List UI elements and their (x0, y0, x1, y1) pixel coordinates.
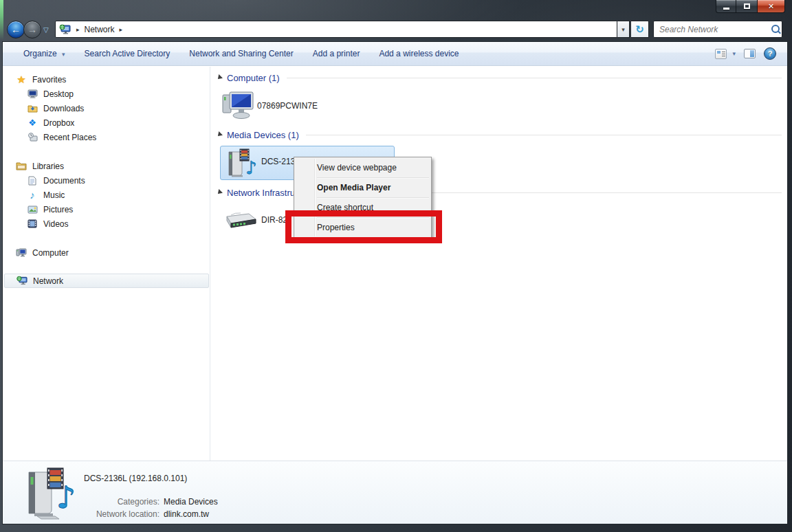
items-view: Computer (1) 07869PCWIN7E (211, 67, 787, 461)
computer-item-icon[interactable] (221, 89, 256, 122)
explorer-body: ★ Favorites Desktop Downloads ❖ (3, 67, 787, 461)
libraries-icon (16, 161, 27, 172)
details-pane: ♪ DCS-2136L (192.168.0.101) Categories: … (3, 461, 787, 524)
sidebar-label: Libraries (32, 162, 64, 171)
chevron-down-icon: ▾ (622, 26, 625, 33)
network-icon (59, 24, 72, 35)
sidebar-label: Network (33, 276, 63, 286)
close-icon: ✕ (768, 2, 774, 11)
details-label: Categories: (3, 497, 160, 507)
search-icon[interactable] (770, 24, 777, 35)
add-printer-button[interactable]: Add a printer (303, 49, 370, 58)
recent-places-icon (27, 132, 38, 143)
add-wireless-device-button[interactable]: Add a wireless device (369, 49, 468, 58)
breadcrumb-separator-icon: ▸ (76, 26, 80, 33)
video-icon (27, 219, 38, 230)
annotation-highlight-box (285, 210, 442, 243)
router-item-label[interactable]: DIR-82 (261, 215, 287, 225)
maximize-icon (744, 3, 750, 9)
explorer-window: ✕ ← → ▽ ▸ Network ▸ ▾ ↻ (0, 0, 792, 532)
sidebar-label: Dropbox (43, 118, 74, 128)
sidebar-label: Favorites (32, 75, 66, 85)
computer-icon (16, 247, 27, 258)
sidebar-label: Downloads (43, 104, 84, 113)
preview-pane-button[interactable] (744, 49, 756, 58)
sidebar-label: Videos (43, 219, 68, 229)
music-note-icon: ♪ (27, 190, 38, 201)
sidebar-item-pictures[interactable]: Pictures (4, 202, 209, 217)
details-label: Network location: (3, 509, 160, 519)
group-rule (287, 78, 782, 78)
chevron-down-icon: ▾ (62, 51, 65, 58)
sidebar-label: Documents (43, 176, 85, 186)
details-row-categories: Categories: Media Devices (3, 497, 218, 507)
sidebar-item-dropbox[interactable]: ❖ Dropbox (4, 115, 209, 130)
search-input[interactable] (654, 25, 770, 34)
router-item-icon[interactable] (221, 207, 258, 234)
sidebar-item-downloads[interactable]: Downloads (4, 101, 209, 115)
sidebar-item-recent-places[interactable]: Recent Places (4, 130, 209, 144)
command-toolbar: Organize ▾ Search Active Directory Netwo… (3, 42, 787, 66)
breadcrumb-network[interactable]: Network (85, 25, 115, 34)
group-rule (306, 135, 782, 135)
minimize-button[interactable] (716, 0, 736, 13)
back-button[interactable]: ← (7, 21, 25, 38)
downloads-folder-icon (27, 103, 38, 114)
collapse-triangle-icon[interactable] (216, 131, 223, 138)
navigation-bar: ← → ▽ ▸ Network ▸ ▾ ↻ (0, 19, 792, 40)
sidebar-item-videos[interactable]: Videos (4, 217, 209, 231)
window-caption-buttons: ✕ (716, 0, 785, 13)
sidebar-item-favorites[interactable]: ★ Favorites (4, 72, 209, 87)
group-header-computer[interactable]: Computer (1) (217, 72, 787, 83)
maximize-button[interactable] (736, 0, 757, 13)
collapse-triangle-icon[interactable] (216, 189, 223, 196)
client-area: Organize ▾ Search Active Directory Netwo… (2, 41, 788, 524)
address-dropdown-button[interactable]: ▾ (617, 21, 630, 38)
network-sharing-center-button[interactable]: Network and Sharing Center (179, 49, 302, 58)
organize-button[interactable]: Organize ▾ (14, 49, 75, 58)
sidebar-item-documents[interactable]: Documents (4, 173, 209, 188)
sidebar-item-music[interactable]: ♪ Music (4, 188, 209, 202)
star-icon: ★ (16, 74, 27, 85)
network-icon (16, 276, 28, 287)
picture-icon (27, 204, 38, 215)
details-row-network-location: Network location: dlink.com.tw (3, 509, 209, 519)
sidebar-item-network[interactable]: Network (4, 274, 209, 288)
media-device-icon[interactable]: ♪ (225, 148, 258, 179)
sidebar-item-computer[interactable]: Computer (4, 245, 209, 260)
menu-item-view-device-webpage[interactable]: View device webpage (294, 159, 431, 177)
organize-label: Organize (23, 49, 57, 58)
recent-pages-chevron-icon[interactable]: ▽ (43, 26, 49, 34)
sidebar-label: Recent Places (43, 133, 96, 142)
sidebar-label: Pictures (43, 205, 73, 214)
breadcrumb-separator-icon[interactable]: ▸ (120, 26, 123, 33)
details-value: dlink.com.tw (164, 509, 209, 519)
sidebar-item-libraries[interactable]: Libraries (4, 159, 209, 173)
sidebar-label: Music (43, 190, 65, 200)
minimize-icon (723, 8, 729, 10)
close-button[interactable]: ✕ (757, 0, 785, 13)
details-value: Media Devices (164, 497, 218, 507)
refresh-button[interactable]: ↻ (631, 21, 649, 38)
menu-separator (317, 177, 429, 178)
address-bar[interactable]: ▸ Network ▸ (55, 21, 617, 38)
collapse-triangle-icon[interactable] (216, 74, 223, 81)
menu-separator (317, 197, 429, 198)
forward-button[interactable]: → (23, 21, 41, 38)
menu-item-open-media-player[interactable]: Open Media Player (294, 179, 431, 197)
navigation-pane: ★ Favorites Desktop Downloads ❖ (3, 67, 210, 461)
change-view-button[interactable]: ▾ (715, 49, 736, 59)
sidebar-item-desktop[interactable]: Desktop (4, 87, 209, 101)
group-header-media-devices[interactable]: Media Devices (1) (217, 129, 787, 140)
help-button[interactable]: ? (764, 47, 776, 60)
svg-text:♪: ♪ (245, 157, 257, 178)
document-icon (27, 175, 38, 186)
sidebar-label: Computer (32, 248, 69, 258)
details-title: DCS-2136L (192.168.0.101) (84, 474, 187, 483)
computer-item-label[interactable]: 07869PCWIN7E (257, 101, 318, 111)
help-icon: ? (768, 49, 773, 58)
search-box (653, 21, 782, 38)
group-label: Computer (1) (227, 73, 280, 83)
dropbox-icon: ❖ (27, 118, 38, 129)
search-active-directory-button[interactable]: Search Active Directory (75, 49, 180, 58)
